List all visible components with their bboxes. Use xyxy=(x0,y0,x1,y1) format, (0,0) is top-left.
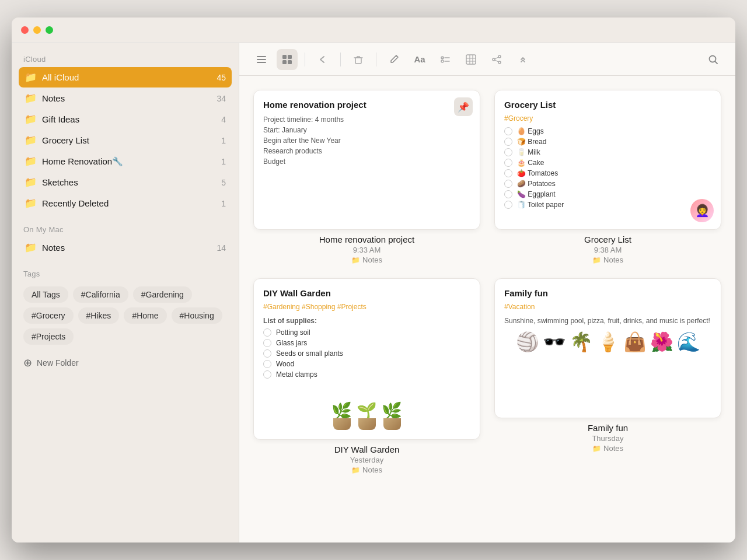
sidebar-item-count: 5 xyxy=(221,178,226,187)
sidebar-item-notes[interactable]: 📁 Notes 34 xyxy=(19,88,232,108)
back-button[interactable] xyxy=(312,49,333,70)
note-card-grocery-list[interactable]: Grocery List #Grocery 🥚 Eggs 🍞 Bread 🥛 M… xyxy=(494,90,721,264)
tag-hikes[interactable]: #Hikes xyxy=(78,307,120,324)
note-title: Family fun xyxy=(504,288,711,298)
note-card-family-fun[interactable]: Family fun #Vacation Sunshine, swimming … xyxy=(494,278,721,474)
sticker: 🌊 xyxy=(677,331,700,353)
separator xyxy=(340,52,341,66)
folder-icon: 📁 xyxy=(25,197,36,209)
note-title: Grocery List xyxy=(504,100,711,110)
note-tag: #Grocery xyxy=(504,114,711,123)
sticker: 🌴 xyxy=(570,331,593,353)
compose-button[interactable] xyxy=(383,49,404,70)
maximize-button[interactable] xyxy=(46,26,53,34)
sidebar-item-grocery-list[interactable]: 📁 Grocery List 1 xyxy=(19,130,232,150)
tag-all-tags[interactable]: All Tags xyxy=(23,286,68,303)
new-folder-button[interactable]: ⊕ New Folder xyxy=(19,352,232,374)
sidebar-item-name: Notes xyxy=(42,243,211,253)
folder-icon: 📁 xyxy=(351,466,360,474)
folder-icon: 📁 xyxy=(25,113,36,125)
note-time: 9:33 AM xyxy=(353,246,381,254)
tags-grid: All Tags #California #Gardening #Grocery… xyxy=(19,282,232,349)
sidebar-item-notes-mac[interactable]: 📁 Notes 14 xyxy=(19,237,232,258)
tag-housing[interactable]: #Housing xyxy=(172,307,222,324)
plus-circle-icon: ⊕ xyxy=(23,356,32,369)
sidebar-item-name: Grocery List xyxy=(42,135,215,145)
tag-california[interactable]: #California xyxy=(73,286,128,303)
sidebar-item-count: 34 xyxy=(217,94,226,103)
checklist-item: 🍞 Bread xyxy=(504,138,711,146)
separator xyxy=(376,52,376,66)
checklist-item: 🍅 Tomatoes xyxy=(504,169,711,177)
pin-button[interactable]: 📌 xyxy=(454,97,473,116)
delete-button[interactable] xyxy=(348,49,369,70)
note-tag: #Gardening #Shopping #Projects xyxy=(263,303,470,311)
tag-gardening[interactable]: #Gardening xyxy=(133,286,192,303)
checklist-button[interactable] xyxy=(435,49,456,70)
toolbar: Aa xyxy=(239,43,735,76)
sidebar-item-name: Recently Deleted xyxy=(42,198,215,208)
traffic-lights xyxy=(21,26,53,34)
note-card-name: Home renovation project xyxy=(319,235,414,244)
tag-home[interactable]: #Home xyxy=(124,307,166,324)
note-card-preview: Grocery List #Grocery 🥚 Eggs 🍞 Bread 🥛 M… xyxy=(494,90,721,230)
sidebar-item-name: Gift Ideas xyxy=(42,114,215,124)
checklist-item: 🎂 Cake xyxy=(504,159,711,167)
svg-rect-7 xyxy=(355,58,361,64)
note-card-diy-wall-garden[interactable]: DIY Wall Garden #Gardening #Shopping #Pr… xyxy=(253,278,480,474)
list-view-button[interactable] xyxy=(251,49,272,70)
checklist-item: Potting soil xyxy=(263,328,470,337)
svg-point-22 xyxy=(710,55,716,62)
note-folder: 📁 Notes xyxy=(351,256,382,264)
sidebar-item-gift-ideas[interactable]: 📁 Gift Ideas 4 xyxy=(19,109,232,130)
svg-rect-3 xyxy=(282,55,287,59)
folder-name: Notes xyxy=(603,256,623,264)
close-button[interactable] xyxy=(21,26,29,34)
svg-rect-6 xyxy=(288,60,292,64)
note-card-preview: Family fun #Vacation Sunshine, swimming … xyxy=(494,278,721,418)
tags-section-label: Tags xyxy=(19,267,232,282)
search-button[interactable] xyxy=(703,49,724,70)
font-button[interactable]: Aa xyxy=(409,49,430,70)
sticker: 🕶️ xyxy=(543,331,566,353)
share-button[interactable] xyxy=(486,49,507,70)
note-content: Project timeline: 4 months Start: Januar… xyxy=(263,114,470,167)
sidebar-item-all-icloud[interactable]: 📁 All iCloud 45 xyxy=(19,67,232,88)
svg-rect-1 xyxy=(257,59,266,60)
note-card-home-renovation[interactable]: Home renovation project 📌 Project timeli… xyxy=(253,90,480,264)
tag-projects[interactable]: #Projects xyxy=(23,328,74,345)
folder-icon: 📁 xyxy=(25,155,36,167)
sidebar-item-count: 14 xyxy=(217,243,226,253)
folder-icon: 📁 xyxy=(25,176,36,188)
grid-view-button[interactable] xyxy=(277,49,298,70)
checklist-item: 🥛 Milk xyxy=(504,148,711,156)
note-content: Sunshine, swimming pool, pizza, fruit, d… xyxy=(504,316,711,326)
supplies-label: List of supplies: xyxy=(263,316,470,326)
note-time: Thursday xyxy=(592,434,623,443)
note-meta: DIY Wall Garden Yesterday 📁 Notes xyxy=(253,444,480,474)
sticker: 🌺 xyxy=(650,331,673,353)
folder-icon: 📁 xyxy=(25,71,36,83)
sidebar-item-sketches[interactable]: 📁 Sketches 5 xyxy=(19,172,232,192)
note-card-preview: Home renovation project 📌 Project timeli… xyxy=(253,90,480,230)
note-folder: 📁 Notes xyxy=(351,466,382,474)
stickers-area: 🏐 🕶️ 🌴 🍦 👜 🌺 🌊 xyxy=(504,331,711,353)
checklist-item: 🥚 Eggs xyxy=(504,127,711,135)
note-folder: 📁 Notes xyxy=(592,444,623,453)
sidebar-item-home-renovation[interactable]: 📁 Home Renovation🔧 1 xyxy=(19,151,232,172)
sticker: 🍦 xyxy=(596,331,620,353)
minimize-button[interactable] xyxy=(33,26,41,34)
sidebar-item-count: 4 xyxy=(221,115,226,124)
checklist-item: Wood xyxy=(263,360,470,368)
sidebar-item-count: 1 xyxy=(221,136,226,145)
more-button[interactable] xyxy=(512,49,533,70)
svg-point-18 xyxy=(493,58,495,61)
svg-line-23 xyxy=(715,61,718,64)
table-button[interactable] xyxy=(460,49,481,70)
checklist-item: 🍆 Eggplant xyxy=(504,190,711,198)
app-window: iCloud 📁 All iCloud 45 📁 Notes 34 📁 Gift… xyxy=(12,18,735,542)
note-card-name: Family fun xyxy=(588,423,628,433)
tag-grocery[interactable]: #Grocery xyxy=(23,307,74,324)
sidebar-item-recently-deleted[interactable]: 📁 Recently Deleted 1 xyxy=(19,193,232,214)
separator xyxy=(305,52,305,66)
